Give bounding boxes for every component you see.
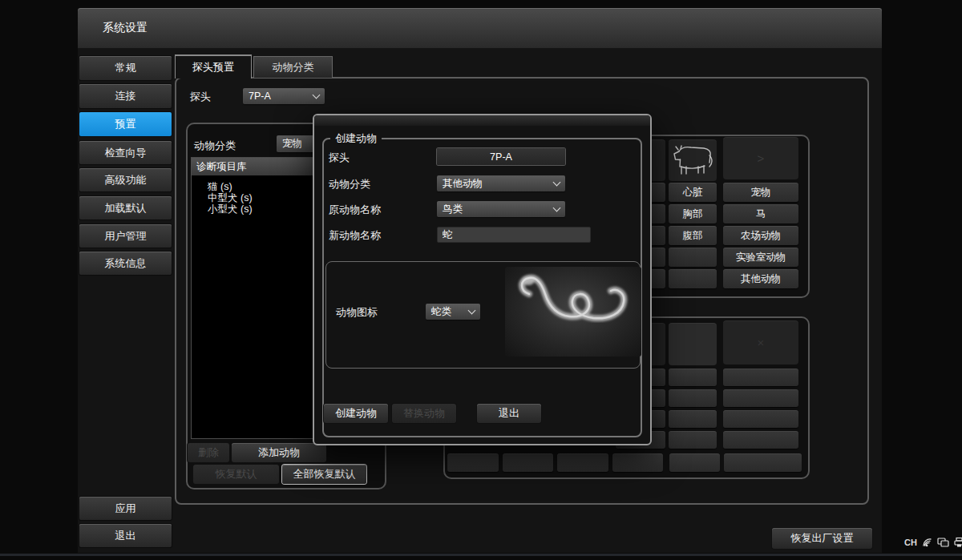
preset-slot[interactable]: [669, 389, 717, 407]
animal-icon-select[interactable]: 蛇类: [426, 304, 480, 320]
preset-slot[interactable]: [723, 410, 798, 428]
preset-slot[interactable]: [723, 369, 798, 386]
sidebar-item-load-default[interactable]: 加载默认: [79, 196, 172, 220]
add-animal-button[interactable]: 添加动物: [232, 443, 326, 462]
screen: 系统设置 常规 连接 预置 检查向导 高级功能 加载默认 用户管理 系统信息 应…: [0, 0, 962, 560]
exam-button-heart[interactable]: 心脏: [669, 183, 717, 202]
faint-arrow-glyph: >: [758, 151, 765, 165]
sidebar-item-connect[interactable]: 连接: [79, 84, 172, 108]
restore-all-default-button[interactable]: 全部恢复默认: [282, 465, 366, 484]
dialog-name-label: 新动物名称: [329, 228, 381, 243]
dialog-grip[interactable]: [314, 115, 650, 126]
category-button-farm[interactable]: 农场动物: [723, 226, 798, 245]
new-animal-name-input[interactable]: [437, 227, 591, 243]
tab-animal-category[interactable]: 动物分类: [253, 56, 333, 78]
dialog-source-select[interactable]: 鸟类: [437, 201, 565, 217]
category-button-lab[interactable]: 实验室动物: [723, 248, 798, 267]
apply-button[interactable]: 应用: [79, 497, 172, 520]
preset-slot[interactable]: [669, 453, 720, 472]
chevron-down-icon: [553, 203, 561, 212]
preset-slot[interactable]: [669, 431, 717, 449]
chevron-down-icon: [468, 306, 476, 314]
cow-icon[interactable]: [669, 139, 717, 181]
create-animal-button[interactable]: 创建动物: [324, 404, 388, 423]
page-title: 系统设置: [103, 21, 148, 35]
sidebar-item-general[interactable]: 常规: [79, 56, 172, 80]
preset-slot[interactable]: [612, 453, 663, 472]
icon-group-box: 动物图标 蛇类: [325, 261, 641, 369]
probe-label: 探头: [190, 90, 211, 104]
sidebar-item-advanced[interactable]: 高级功能: [79, 168, 172, 191]
sidebar-item-user-mgmt[interactable]: 用户管理: [79, 224, 172, 248]
factory-reset-button[interactable]: 恢复出厂设置: [772, 528, 872, 549]
replace-animal-button: 替换动物: [392, 404, 456, 423]
preset-slot[interactable]: [723, 431, 798, 449]
preset-slot[interactable]: [503, 453, 553, 472]
close-slot[interactable]: ×: [723, 320, 798, 365]
sidebar-item-system-info[interactable]: 系统信息: [79, 252, 172, 275]
dialog-category-select[interactable]: 其他动物: [437, 175, 565, 191]
next-arrow-slot[interactable]: >: [723, 137, 798, 179]
faint-close-glyph: ×: [758, 336, 765, 349]
preset-slot[interactable]: [557, 453, 608, 472]
status-icon-tray: CH: [904, 537, 962, 548]
restore-default-button: 恢复默认: [193, 465, 279, 484]
preset-slot[interactable]: [669, 369, 717, 386]
signal-icon: [921, 537, 933, 548]
dialog-source-label: 原动物名称: [329, 203, 381, 217]
snake-icon: [505, 267, 641, 357]
delete-button: 删除: [188, 443, 229, 462]
preset-slot[interactable]: [724, 453, 802, 472]
exam-button-abdomen[interactable]: 腹部: [669, 226, 717, 245]
preset-slot[interactable]: [669, 248, 717, 267]
animal-icon-slot[interactable]: [669, 323, 717, 365]
create-animal-dialog: 创建动物 探头 7P-A 动物分类 其他动物 原动物名称 鸟类 新动物名称 动物…: [313, 114, 652, 445]
language-indicator: CH: [904, 538, 917, 547]
animal-category-label: 动物分类: [194, 139, 236, 153]
animal-icon-label: 动物图标: [336, 305, 378, 320]
exam-button-chest[interactable]: 胸部: [669, 204, 717, 224]
exit-button[interactable]: 退出: [79, 524, 172, 547]
dual-display-icon: [937, 537, 949, 548]
bottom-divider: [0, 554, 962, 556]
category-button-other[interactable]: 其他动物: [723, 269, 798, 288]
dialog-probe-label: 探头: [329, 151, 350, 165]
preset-slot[interactable]: [447, 453, 499, 472]
dialog-category-label: 动物分类: [329, 177, 370, 191]
chevron-down-icon: [553, 178, 561, 186]
tab-probe-preset[interactable]: 探头预置: [175, 54, 252, 79]
category-button-horse[interactable]: 马: [723, 204, 798, 224]
printer-icon: [953, 537, 962, 548]
category-button-pet[interactable]: 宠物: [723, 183, 798, 202]
sidebar-item-exam-wizard[interactable]: 检查向导: [79, 141, 172, 164]
preset-slot[interactable]: [669, 269, 717, 288]
dialog-probe-value: 7P-A: [437, 148, 565, 165]
dialog-title: 创建动物: [330, 131, 382, 146]
chevron-down-icon: [313, 91, 321, 99]
dialog-exit-button[interactable]: 退出: [477, 404, 541, 423]
preset-slot[interactable]: [669, 410, 717, 428]
sidebar-item-preset[interactable]: 预置: [79, 112, 172, 136]
window-titlebar: 系统设置: [78, 8, 882, 48]
probe-select[interactable]: 7P-A: [243, 88, 325, 104]
preset-slot[interactable]: [723, 389, 798, 407]
